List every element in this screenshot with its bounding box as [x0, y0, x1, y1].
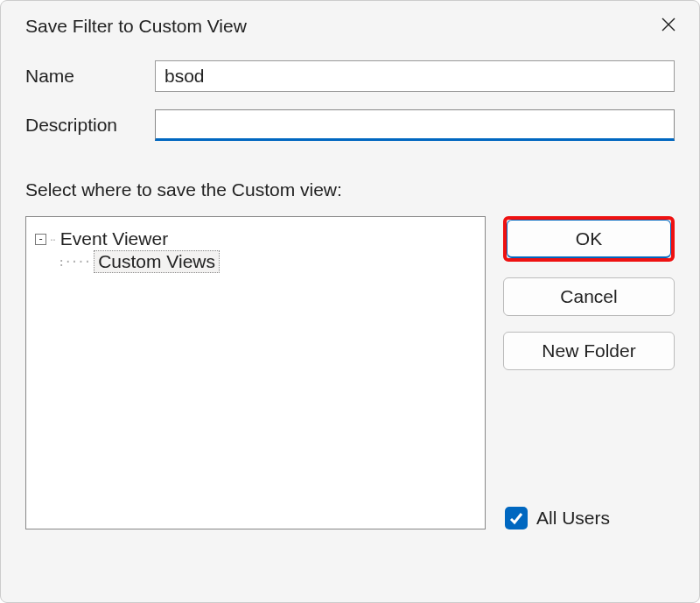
all-users-checkbox[interactable]	[505, 507, 528, 529]
tree-root-node[interactable]: - ·· Event Viewer	[35, 228, 476, 250]
folder-tree[interactable]: - ·· Event Viewer :···· Custom Views	[25, 216, 486, 529]
close-icon[interactable]	[654, 13, 683, 39]
checkmark-icon	[508, 510, 524, 526]
name-label: Name	[25, 66, 155, 87]
dialog-title: Save Filter to Custom View	[25, 16, 247, 37]
all-users-label: All Users	[536, 508, 610, 529]
ok-highlight-box: OK	[503, 216, 675, 262]
description-row: Description	[25, 109, 675, 141]
select-prompt: Select where to save the Custom view:	[25, 179, 675, 200]
minus-icon[interactable]: -	[35, 234, 46, 245]
button-column: OK Cancel New Folder All Users	[503, 216, 675, 529]
tree-connector: :····	[58, 255, 90, 269]
lower-area: - ·· Event Viewer :···· Custom Views OK …	[25, 216, 675, 529]
titlebar: Save Filter to Custom View	[1, 1, 699, 60]
save-filter-dialog: Save Filter to Custom View Name Descript…	[0, 0, 700, 603]
form-area: Name Description Select where to save th…	[1, 60, 699, 529]
tree-child-node[interactable]: :···· Custom Views	[58, 250, 476, 273]
name-row: Name	[25, 60, 675, 92]
description-label: Description	[25, 115, 155, 136]
tree-child-label[interactable]: Custom Views	[94, 250, 220, 273]
name-input[interactable]	[155, 60, 675, 92]
ok-button[interactable]: OK	[507, 220, 671, 258]
tree-connector: ··	[50, 232, 55, 246]
all-users-row: All Users	[505, 507, 610, 529]
new-folder-button[interactable]: New Folder	[503, 332, 675, 370]
description-input[interactable]	[155, 109, 675, 141]
cancel-button[interactable]: Cancel	[503, 277, 675, 316]
tree-root-label[interactable]: Event Viewer	[59, 228, 170, 249]
